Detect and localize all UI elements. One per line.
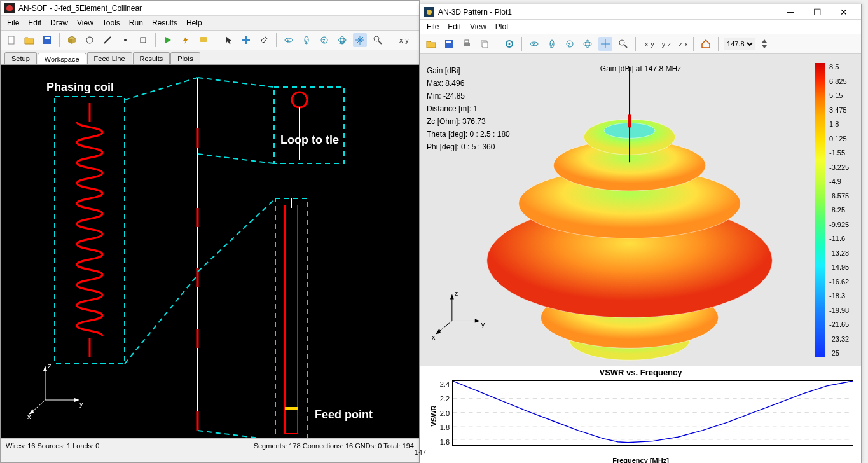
menu-view[interactable]: View	[77, 18, 93, 27]
svg-text:x: x	[287, 38, 290, 44]
pan-icon[interactable]	[598, 37, 612, 51]
pan-icon[interactable]	[353, 33, 367, 47]
svg-point-71	[619, 40, 624, 45]
maximize-button[interactable]: ☐	[804, 4, 830, 20]
svg-rect-58	[465, 40, 469, 43]
rotate-x-icon[interactable]: x	[282, 33, 296, 47]
pattern-3d-canvas[interactable]: Gain [dBi] at 147.8 MHz Gain [dBi] Max: …	[420, 54, 861, 366]
open-file-icon[interactable]	[22, 33, 36, 47]
svg-rect-4	[45, 37, 50, 39]
open-icon[interactable]	[424, 37, 438, 51]
tool-icon-b[interactable]	[100, 33, 114, 47]
pattern-toolbar: x y z x-y y-z z-x 147.8	[420, 34, 861, 54]
menu-tools[interactable]: Tools	[102, 18, 120, 27]
tool-icon-c[interactable]	[118, 33, 132, 47]
pattern-title-text: AN-3D Pattern - Plot1	[438, 8, 512, 17]
svg-rect-83	[628, 114, 631, 127]
chart-yticks: 2.42.22.01.81.6	[432, 380, 450, 446]
pmenu-edit[interactable]: Edit	[448, 22, 461, 31]
app-logo-icon	[4, 3, 15, 13]
lightning-icon[interactable]	[179, 33, 193, 47]
workspace-canvas[interactable]: Phasing coil Loop to tie Feed point z y …	[1, 64, 419, 438]
chart-svg	[453, 381, 853, 445]
svg-point-37	[292, 92, 307, 107]
menu-help[interactable]: Help	[186, 18, 202, 27]
svg-marker-87	[475, 319, 480, 323]
svg-text:y: y	[550, 41, 553, 48]
svg-text:z: z	[455, 289, 458, 297]
pmenu-plot[interactable]: Plot	[495, 22, 509, 31]
rotate-3d-icon[interactable]	[581, 37, 595, 51]
freq-stepper-icon[interactable]	[759, 37, 769, 51]
close-button[interactable]: ✕	[830, 4, 857, 20]
zoom-icon[interactable]	[616, 37, 630, 51]
tool-icon-a[interactable]	[83, 33, 97, 47]
run-calc-icon[interactable]	[161, 33, 175, 47]
tab-feedline[interactable]: Feed Line	[87, 52, 132, 64]
pattern-title-bar[interactable]: AN-3D Pattern - Plot1 ─ ☐ ✕	[420, 4, 861, 20]
tab-plots[interactable]: Plots	[170, 52, 200, 64]
pmenu-file[interactable]: File	[427, 22, 439, 31]
pmenu-view[interactable]: View	[470, 22, 486, 31]
svg-text:x: x	[532, 41, 535, 48]
tool-icon-d[interactable]	[136, 33, 150, 47]
svg-text:z: z	[48, 362, 52, 370]
svg-line-88	[438, 321, 452, 332]
settings-gear-icon[interactable]	[502, 37, 516, 51]
svg-marker-11	[165, 37, 171, 43]
info-zc: Zc [Ohm]: 376.73	[427, 115, 510, 128]
tab-setup[interactable]: Setup	[4, 52, 37, 64]
rotate-y-icon[interactable]: y	[300, 33, 313, 47]
menu-edit[interactable]: Edit	[28, 18, 41, 27]
svg-marker-14	[226, 36, 231, 44]
info-dist: Distance [m]: 1	[427, 102, 510, 115]
svg-text:x: x	[27, 413, 31, 419]
chart-plot-area[interactable]	[452, 380, 853, 446]
svg-marker-47	[74, 398, 79, 402]
cube-icon[interactable]	[65, 33, 79, 47]
separator	[216, 33, 216, 47]
tab-workspace[interactable]: Workspace	[38, 53, 86, 65]
rotate-z-icon[interactable]: z	[563, 37, 577, 51]
pointer-icon[interactable]	[221, 33, 235, 47]
svg-rect-13	[200, 37, 207, 42]
chat-icon[interactable]	[196, 33, 210, 47]
annot-phasing-coil: Phasing coil	[46, 81, 114, 94]
tab-results[interactable]: Results	[133, 52, 170, 64]
menu-results[interactable]: Results	[152, 18, 177, 27]
chart-xlabel: Frequency [MHz]	[612, 457, 669, 463]
copy-icon[interactable]	[478, 37, 492, 51]
view-zx-btn[interactable]: z-x	[679, 40, 688, 48]
svg-point-69	[584, 42, 591, 46]
frequency-select[interactable]: 147.8	[724, 38, 755, 50]
main-toolbar: x y z 3D x-y	[1, 30, 419, 50]
view-yz-btn[interactable]: y-z	[662, 40, 672, 48]
save-icon[interactable]	[442, 37, 456, 51]
svg-rect-33	[275, 198, 307, 438]
minimize-button[interactable]: ─	[777, 4, 804, 20]
edit-icon[interactable]	[257, 33, 271, 47]
pattern-menubar: File Edit View Plot	[420, 20, 861, 34]
info-phi: Phi [deg]: 0 : 5 : 360	[427, 141, 510, 153]
rotate-3d-icon[interactable]: 3D	[335, 33, 349, 47]
svg-text:3D: 3D	[339, 40, 345, 45]
rotate-x-icon[interactable]: x	[527, 37, 541, 51]
print-icon[interactable]	[460, 37, 474, 51]
main-title-bar[interactable]: AN-SOF - J-fed_5Element_Collinear	[1, 1, 419, 16]
separator	[521, 37, 522, 51]
view-xy-label[interactable]: x-y	[399, 36, 409, 44]
move-icon[interactable]	[239, 33, 253, 47]
menu-run[interactable]: Run	[129, 18, 143, 27]
rotate-y-icon[interactable]: y	[545, 37, 559, 51]
menu-draw[interactable]: Draw	[50, 18, 68, 27]
new-file-icon[interactable]	[4, 33, 18, 47]
zoom-icon[interactable]	[371, 33, 385, 47]
view-xy-btn[interactable]: x-y	[645, 40, 654, 48]
save-icon[interactable]	[40, 33, 54, 47]
svg-text:y: y	[481, 321, 485, 328]
menu-file[interactable]: File	[7, 18, 19, 27]
home-icon[interactable]	[699, 37, 713, 51]
annot-loop-to-tie: Loop to tie	[280, 134, 339, 147]
svg-point-24	[374, 36, 379, 41]
rotate-z-icon[interactable]: z	[317, 33, 331, 47]
